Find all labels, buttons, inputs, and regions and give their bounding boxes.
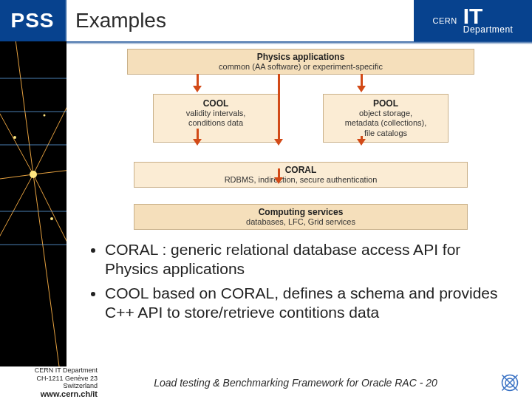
svg-point-12 — [44, 115, 46, 117]
cern-logo-icon — [488, 372, 532, 394]
box-coral-sub: RDBMS, indirection, secure authenticatio… — [139, 175, 462, 185]
footer-caption: Load testing & Benchmarking Framework fo… — [103, 377, 488, 389]
footer: CERN IT Department CH-1211 Genève 23 Swi… — [0, 366, 532, 399]
footer-address: CERN IT Department CH-1211 Genève 23 Swi… — [0, 366, 103, 399]
box-pool: POOL object storage, metadata (collectio… — [323, 94, 449, 143]
architecture-diagram: Physics applications common (AA software… — [86, 49, 516, 230]
sidebar-image — [0, 41, 66, 366]
arrow-down-icon — [357, 86, 366, 92]
arrow-down-icon — [274, 139, 283, 146]
svg-point-10 — [13, 136, 16, 139]
bullet-item: CORAL : generic relational database acce… — [105, 240, 516, 279]
box-pool-title: POOL — [328, 98, 443, 109]
box-cool-sub: validity intervals, conditions data — [158, 109, 273, 128]
arrow-down-icon — [193, 86, 202, 92]
box-coral: CORAL RDBMS, indirection, secure authent… — [134, 162, 467, 188]
box-comp-sub: databases, LFC, Grid services — [139, 217, 462, 227]
it-big: IT — [463, 7, 483, 25]
cern-it-logo: CERN IT Department — [414, 0, 532, 41]
bullet-list: CORAL : generic relational database acce… — [105, 240, 516, 322]
svg-point-11 — [50, 217, 53, 220]
box-physics-sub: common (AA software) or experiment-speci… — [132, 62, 469, 72]
box-physics-title: Physics applications — [132, 52, 469, 62]
arrow-down-icon — [193, 139, 202, 146]
box-coral-title: CORAL — [139, 165, 462, 175]
box-comp-title: Computing services — [139, 207, 462, 217]
box-cool-title: COOL — [158, 98, 273, 109]
box-cool: COOL validity intervals, conditions data — [153, 94, 279, 143]
box-physics: Physics applications common (AA software… — [127, 49, 474, 75]
footer-org: CERN IT Department — [0, 366, 98, 374]
box-pool-sub: object storage, metadata (collections), … — [328, 109, 443, 138]
bullet-item: COOL based on CORAL, defines a schema an… — [105, 284, 516, 323]
content: Physics applications common (AA software… — [66, 41, 532, 366]
dept-word: Department — [463, 25, 514, 34]
box-computing: Computing services databases, LFC, Grid … — [134, 204, 467, 230]
arrow-line — [278, 74, 280, 140]
main-area: Physics applications common (AA software… — [0, 41, 532, 366]
footer-addr1: CH-1211 Genève 23 — [0, 375, 98, 382]
svg-point-9 — [30, 171, 37, 178]
page-title: Examples — [66, 0, 414, 41]
cern-word: CERN — [433, 16, 457, 25]
header: PSS Examples CERN IT Department — [0, 0, 532, 41]
arrow-down-icon — [274, 177, 283, 184]
svg-rect-0 — [0, 41, 66, 366]
arrow-down-icon — [357, 139, 366, 146]
pss-badge: PSS — [0, 0, 66, 41]
footer-addr2: Switzerland — [0, 382, 98, 389]
footer-url: www.cern.ch/it — [41, 389, 98, 398]
